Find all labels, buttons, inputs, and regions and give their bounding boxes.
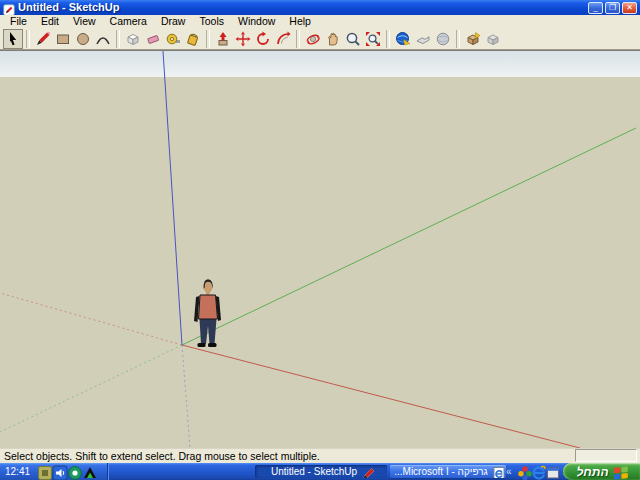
circle-tool-button[interactable] [73, 29, 93, 49]
measurements-box[interactable] [575, 449, 637, 462]
sketchup-logo-icon [3, 2, 15, 14]
share-model-tool-button[interactable] [483, 29, 503, 49]
toolbar-separator [456, 30, 460, 48]
ground [0, 51, 640, 448]
menu-window[interactable]: Window [231, 15, 282, 28]
titlebar: Untitled - SketchUp _❐✕ [0, 0, 640, 15]
toggle-terrain-tool-button[interactable] [413, 29, 433, 49]
system-tray: 12:41 [0, 463, 108, 480]
menu-file[interactable]: File [3, 15, 34, 28]
toolbar-separator [206, 30, 210, 48]
tray-ring-icon[interactable] [67, 465, 80, 478]
pan-tool-button[interactable] [323, 29, 343, 49]
taskbar-button-1[interactable]: Untitled - SketchUp [255, 465, 387, 478]
start-button[interactable]: התחל [563, 463, 640, 480]
toolbar-separator [296, 30, 300, 48]
paint-bucket-tool-button[interactable] [183, 29, 203, 49]
rectangle-tool-button[interactable] [53, 29, 73, 49]
minimize-button[interactable]: _ [588, 2, 603, 14]
status-bar: Select objects. Shift to extend select. … [0, 448, 640, 463]
start-label: התחל [577, 465, 609, 479]
tray-wedge-icon[interactable] [82, 465, 95, 478]
eraser-tool-button[interactable] [143, 29, 163, 49]
tape-measure-tool-button[interactable] [163, 29, 183, 49]
sky [0, 51, 640, 77]
arc-tool-button[interactable] [93, 29, 113, 49]
quicklaunch-app-icon[interactable] [545, 465, 558, 478]
orbit-tool-button[interactable] [303, 29, 323, 49]
internet-explorer-icon[interactable] [531, 465, 544, 478]
menu-view[interactable]: View [66, 15, 103, 28]
status-message: Select objects. Shift to extend select. … [4, 450, 320, 462]
ie-page-icon [491, 466, 502, 477]
window-controls: _❐✕ [588, 2, 637, 14]
taskbar-clock[interactable]: 12:41 [5, 466, 30, 477]
toolbar-separator [116, 30, 120, 48]
menu-draw[interactable]: Draw [154, 15, 193, 28]
drawing-viewport[interactable] [0, 50, 640, 448]
taskbar-button-label: ...Microsoft I - גרפיקה [394, 466, 488, 477]
get-models-tool-button[interactable] [463, 29, 483, 49]
close-button[interactable]: ✕ [622, 2, 637, 14]
make-component-tool-button[interactable] [123, 29, 143, 49]
menu-help[interactable]: Help [282, 15, 318, 28]
toolbar-separator [26, 30, 30, 48]
get-current-view-tool-button[interactable] [393, 29, 413, 49]
sketchup-window: Untitled - SketchUp _❐✕ FileEditViewCame… [0, 0, 640, 480]
toolbar-separator [386, 30, 390, 48]
volume-icon[interactable] [52, 465, 65, 478]
menu-bar: FileEditViewCameraDrawToolsWindowHelp [0, 15, 640, 28]
menu-edit[interactable]: Edit [34, 15, 66, 28]
taskbar-button-2[interactable]: ...Microsoft I - גרפיקה [390, 465, 506, 478]
scene-canvas[interactable] [0, 51, 640, 448]
zoom-extents-tool-button[interactable] [363, 29, 383, 49]
toolbar [0, 28, 640, 50]
offset-tool-button[interactable] [273, 29, 293, 49]
quicklaunch-flower-icon[interactable] [517, 465, 530, 478]
menu-tools[interactable]: Tools [192, 15, 231, 28]
windows-flag-icon [613, 465, 627, 478]
zoom-tool-button[interactable] [343, 29, 363, 49]
window-title: Untitled - SketchUp [18, 0, 588, 15]
push-pull-tool-button[interactable] [213, 29, 233, 49]
restore-button[interactable]: ❐ [605, 2, 620, 14]
rotate-tool-button[interactable] [253, 29, 273, 49]
line-tool-button[interactable] [33, 29, 53, 49]
menu-camera[interactable]: Camera [103, 15, 154, 28]
taskbar-button-label: Untitled - SketchUp [271, 466, 357, 477]
select-tool-button[interactable] [3, 29, 23, 49]
taskbar: 12:41 « התחל Untitled - SketchUp...Micro… [0, 463, 640, 480]
tray-language-icon[interactable] [37, 465, 50, 478]
move-tool-button[interactable] [233, 29, 253, 49]
place-model-tool-button[interactable] [433, 29, 453, 49]
tray-icons [37, 465, 95, 478]
sketchup-pencil-icon [360, 466, 371, 477]
quicklaunch-chevron[interactable]: « [506, 465, 512, 478]
